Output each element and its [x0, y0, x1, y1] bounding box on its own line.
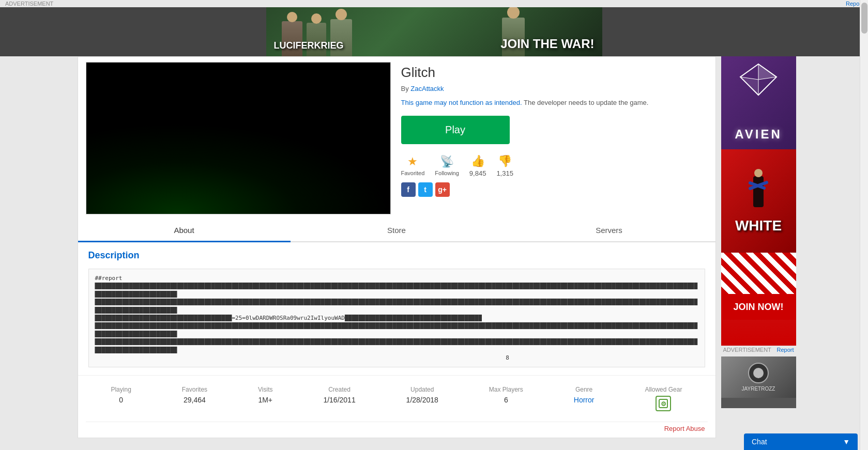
- allowed-gear-label: Allowed Gear: [645, 386, 682, 393]
- stat-playing: Playing 0: [111, 386, 131, 411]
- stat-allowed-gear: Allowed Gear ⚙: [645, 386, 682, 411]
- white-text: WHITE: [735, 218, 782, 234]
- created-label: Created: [328, 386, 351, 393]
- max-players-label: Max Players: [489, 386, 523, 393]
- playing-label: Playing: [111, 386, 131, 393]
- description-text: ##report ███████████████████████████████…: [95, 274, 698, 362]
- twitter-button[interactable]: t: [418, 182, 433, 197]
- favorites-label: Favorites: [182, 386, 207, 393]
- advertisement-label: ADVERTISEMENT: [5, 1, 53, 7]
- facebook-button[interactable]: f: [401, 182, 416, 197]
- stat-genre: Genre Horror: [574, 386, 595, 411]
- description-content: ##report ███████████████████████████████…: [88, 269, 705, 367]
- updated-label: Updated: [410, 386, 434, 393]
- favorite-action[interactable]: ★ Favorited: [401, 155, 425, 176]
- favorites-value: 29,464: [184, 396, 206, 404]
- scrollbar[interactable]: [860, 0, 868, 438]
- thumbs-up-icon: 👍: [471, 154, 485, 168]
- game-warning: This game may not function as intended. …: [401, 98, 708, 108]
- tab-servers[interactable]: Servers: [503, 220, 715, 242]
- top-ad-banner: LUCIFERKRIEG JOIN THE WAR!: [0, 7, 868, 56]
- favorite-icon: ★: [407, 155, 418, 168]
- scrollbar-thumb[interactable]: [861, 3, 867, 34]
- chat-label: Chat: [752, 438, 767, 438]
- updated-value: 1/28/2018: [406, 396, 438, 404]
- social-icons: f t g+: [401, 182, 708, 197]
- svg-marker-4: [740, 77, 758, 95]
- created-value: 1/16/2011: [323, 396, 355, 404]
- allowed-gear-icon: ⚙: [656, 396, 671, 411]
- description-title: Description: [88, 250, 705, 261]
- tab-store[interactable]: Store: [291, 220, 503, 242]
- right-sidebar: AVIEN WHITE JOIN NOW!: [721, 56, 796, 438]
- max-players-value: 6: [504, 396, 508, 404]
- favorite-label: Favorited: [401, 170, 425, 176]
- genre-label: Genre: [575, 386, 592, 393]
- following-action[interactable]: 📡 Following: [435, 155, 459, 176]
- sidebar-creator2: JAYRETROZZ: [742, 386, 775, 392]
- sidebar-ad-bottom: JOIN NOW!: [721, 294, 796, 320]
- description-section: Description ##report ███████████████████…: [78, 242, 715, 375]
- thumbs-down-action[interactable]: 👎 1,315: [496, 154, 513, 177]
- visits-value: 1M+: [258, 396, 272, 404]
- join-now-text: JOIN NOW!: [729, 299, 788, 315]
- sidebar-advert-label: ADVERTISEMENT: [723, 347, 771, 353]
- sidebar-ad-top: AVIEN: [721, 56, 796, 149]
- tabs-bar: About Store Servers: [78, 220, 715, 242]
- tab-about[interactable]: About: [78, 220, 291, 242]
- thumbs-down-icon: 👎: [498, 154, 512, 168]
- game-by-line: By ZacAttackk: [401, 85, 708, 92]
- content-area: Glitch By ZacAttackk This game may not f…: [78, 56, 716, 438]
- main-wrapper: Glitch By ZacAttackk This game may not f…: [72, 56, 796, 438]
- chat-bar[interactable]: Chat ▼: [744, 433, 858, 438]
- stats-section: Playing 0 Favorites 29,464 Visits 1M+ Cr…: [78, 375, 715, 422]
- warning-link[interactable]: This game may not function as intended.: [401, 99, 522, 106]
- svg-marker-3: [758, 64, 776, 80]
- stat-favorites: Favorites 29,464: [182, 386, 207, 411]
- sidebar-ad[interactable]: AVIEN WHITE JOIN NOW!: [721, 56, 796, 346]
- sidebar-ad-label: ADVERTISEMENT Report: [721, 346, 796, 354]
- googleplus-button[interactable]: g+: [435, 182, 450, 197]
- stat-max-players: Max Players 6: [489, 386, 523, 411]
- svg-text:⚙: ⚙: [661, 400, 666, 408]
- avien-logo-text: AVIEN: [735, 127, 782, 142]
- game-info: Glitch By ZacAttackk This game may not f…: [401, 62, 708, 214]
- by-label: By: [401, 85, 409, 92]
- top-ad-content[interactable]: LUCIFERKRIEG JOIN THE WAR!: [266, 7, 602, 56]
- report-abuse[interactable]: Report Abuse: [78, 422, 715, 438]
- game-title: Glitch: [401, 65, 708, 81]
- thumbs-up-action[interactable]: 👍 9,845: [469, 154, 486, 177]
- genre-value[interactable]: Horror: [574, 396, 595, 404]
- following-icon: 📡: [440, 155, 454, 168]
- chat-chevron: ▼: [843, 438, 850, 438]
- play-button[interactable]: Play: [401, 116, 510, 144]
- sidebar-report[interactable]: Report: [776, 347, 794, 353]
- thumbs-down-count: 1,315: [496, 169, 513, 177]
- top-ad-left-text: LUCIFERKRIEG: [274, 40, 344, 51]
- visits-label: Visits: [258, 386, 272, 393]
- playing-value: 0: [119, 396, 123, 404]
- sidebar-ad-stripes: [721, 253, 796, 294]
- warning-text: The developer needs to update the game.: [524, 99, 648, 106]
- following-label: Following: [435, 170, 459, 176]
- creator-link[interactable]: ZacAttackk: [410, 85, 444, 92]
- top-ad-right-text: JOIN THE WAR!: [500, 37, 594, 51]
- stat-created: Created 1/16/2011: [323, 386, 355, 411]
- sidebar-ad2[interactable]: JAYRETROZZ: [721, 356, 796, 408]
- stat-visits: Visits 1M+: [258, 386, 272, 411]
- game-header: Glitch By ZacAttackk This game may not f…: [78, 57, 715, 220]
- stat-updated: Updated 1/28/2018: [406, 386, 438, 411]
- thumbs-up-count: 9,845: [469, 169, 486, 177]
- game-actions: ★ Favorited 📡 Following 👍 9,845 👎 1,315: [401, 154, 708, 177]
- sidebar-ad-mid: WHITE: [721, 149, 796, 253]
- game-thumbnail: [86, 62, 391, 214]
